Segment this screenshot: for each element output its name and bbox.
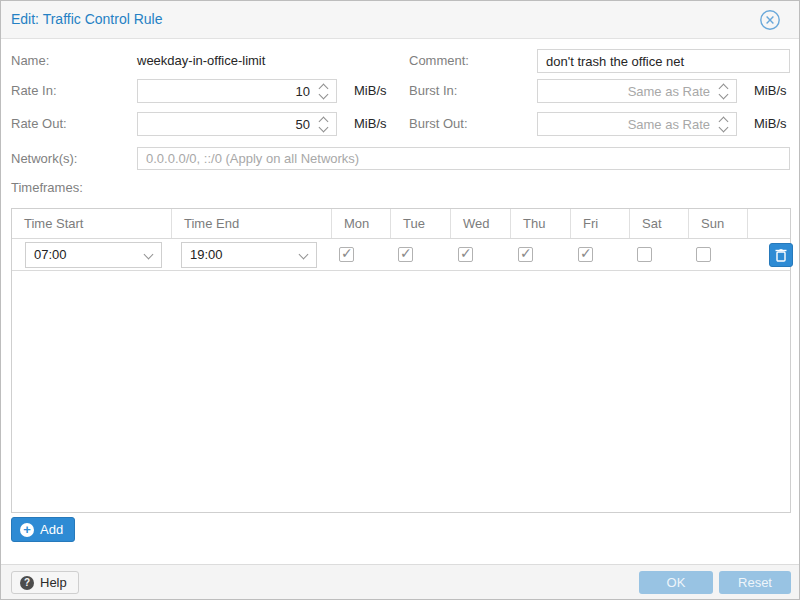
burst-out-field[interactable]	[537, 112, 737, 136]
spinner-down-icon[interactable]	[319, 90, 329, 100]
checkbox-mon[interactable]	[339, 247, 354, 262]
rate-out-spinner[interactable]	[317, 115, 331, 133]
add-button-label: Add	[40, 522, 63, 537]
question-circle-icon: ?	[20, 576, 34, 590]
checkbox-sat[interactable]	[637, 247, 652, 262]
col-header-sun[interactable]: Sun	[689, 209, 748, 238]
burst-in-unit: MiB/s	[754, 79, 787, 103]
col-header-fri[interactable]: Fri	[571, 209, 630, 238]
col-header-wed[interactable]: Wed	[451, 209, 511, 238]
time-end-value: 19:00	[190, 247, 223, 262]
close-button[interactable]	[759, 9, 781, 31]
networks-label: Network(s):	[11, 148, 77, 170]
delete-row-button[interactable]	[769, 243, 793, 267]
spinner-down-icon[interactable]	[719, 123, 729, 133]
rate-in-unit: MiB/s	[354, 79, 387, 103]
help-button[interactable]: ? Help	[11, 571, 79, 594]
time-end-combobox[interactable]: 19:00	[181, 242, 317, 268]
rate-in-spinner[interactable]	[317, 82, 331, 100]
timeframes-table: Time Start Time End Mon Tue Wed Thu Fri …	[11, 208, 791, 513]
timeframes-label: Timeframes:	[11, 177, 83, 199]
col-header-time-end[interactable]: Time End	[172, 209, 332, 238]
circle-x-icon	[759, 9, 781, 31]
checkbox-fri[interactable]	[578, 247, 593, 262]
networks-input[interactable]	[137, 147, 790, 170]
rate-out-field[interactable]	[137, 112, 337, 136]
name-value: weekday-in-office-limit	[137, 50, 265, 72]
burst-out-unit: MiB/s	[754, 112, 787, 136]
trash-icon	[775, 248, 787, 262]
add-button[interactable]: + Add	[11, 517, 75, 542]
col-header-mon[interactable]: Mon	[332, 209, 391, 238]
rate-out-label: Rate Out:	[11, 113, 67, 135]
checkbox-wed[interactable]	[458, 247, 473, 262]
col-header-tue[interactable]: Tue	[391, 209, 451, 238]
rate-in-label: Rate In:	[11, 80, 57, 102]
checkbox-sun[interactable]	[696, 247, 711, 262]
table-header-row: Time Start Time End Mon Tue Wed Thu Fri …	[12, 209, 790, 239]
dialog-titlebar: Edit: Traffic Control Rule	[1, 1, 799, 39]
checkbox-thu[interactable]	[518, 247, 533, 262]
dialog-title: Edit: Traffic Control Rule	[11, 11, 162, 27]
table-row: 07:00 19:00	[12, 239, 790, 271]
col-header-thu[interactable]: Thu	[511, 209, 571, 238]
plus-circle-icon: +	[20, 523, 34, 537]
ok-button[interactable]: OK	[639, 571, 713, 594]
comment-input[interactable]	[537, 49, 790, 73]
rate-in-field[interactable]	[137, 79, 337, 103]
chevron-down-icon	[299, 250, 309, 260]
spinner-down-icon[interactable]	[319, 123, 329, 133]
spinner-down-icon[interactable]	[719, 90, 729, 100]
burst-out-label: Burst Out:	[409, 113, 468, 135]
comment-label: Comment:	[409, 50, 469, 72]
chevron-down-icon	[144, 250, 154, 260]
rate-out-unit: MiB/s	[354, 112, 387, 136]
time-start-value: 07:00	[34, 247, 67, 262]
traffic-control-rule-dialog: Edit: Traffic Control Rule Name: weekday…	[0, 0, 800, 600]
col-header-actions	[748, 209, 790, 238]
help-button-label: Help	[40, 575, 67, 590]
time-start-combobox[interactable]: 07:00	[25, 242, 162, 268]
burst-in-spinner[interactable]	[717, 82, 731, 100]
burst-out-spinner[interactable]	[717, 115, 731, 133]
col-header-sat[interactable]: Sat	[630, 209, 689, 238]
name-label: Name:	[11, 50, 49, 72]
reset-button[interactable]: Reset	[719, 571, 791, 594]
checkbox-tue[interactable]	[398, 247, 413, 262]
dialog-footer: ? Help OK Reset	[1, 564, 799, 599]
col-header-time-start[interactable]: Time Start	[12, 209, 172, 238]
burst-in-label: Burst In:	[409, 80, 457, 102]
burst-in-field[interactable]	[537, 79, 737, 103]
